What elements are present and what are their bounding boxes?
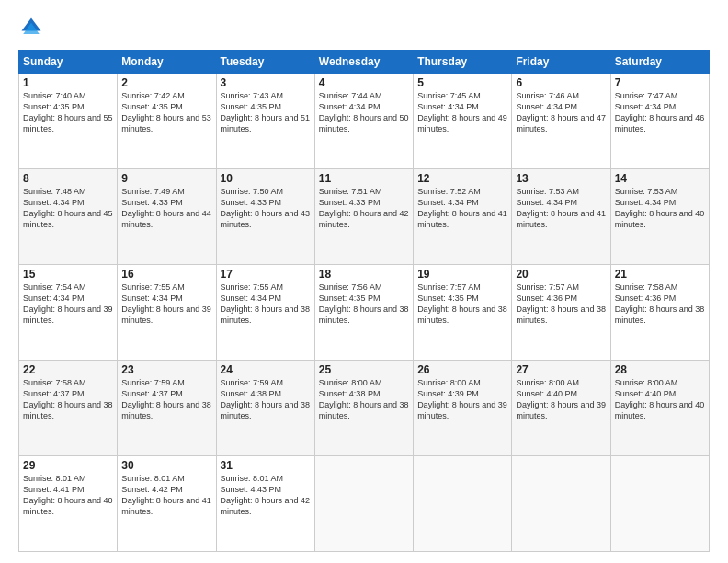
calendar-table: SundayMondayTuesdayWednesdayThursdayFrid…: [18, 50, 710, 552]
calendar-cell: [610, 456, 709, 552]
calendar-cell: 1 Sunrise: 7:40 AMSunset: 4:35 PMDayligh…: [19, 74, 118, 169]
day-number: 11: [319, 172, 409, 185]
calendar-cell: 8 Sunrise: 7:48 AMSunset: 4:34 PMDayligh…: [19, 169, 118, 265]
cell-info: Sunrise: 7:47 AMSunset: 4:34 PMDaylight:…: [615, 90, 705, 135]
cell-info: Sunrise: 7:46 AMSunset: 4:34 PMDaylight:…: [516, 90, 606, 135]
cell-info: Sunrise: 7:45 AMSunset: 4:34 PMDaylight:…: [417, 90, 507, 135]
calendar-cell: 16 Sunrise: 7:55 AMSunset: 4:34 PMDaylig…: [118, 265, 216, 361]
day-header-sunday: Sunday: [19, 51, 118, 74]
calendar-cell: 25 Sunrise: 8:00 AMSunset: 4:38 PMDaylig…: [314, 361, 413, 456]
cell-info: Sunrise: 7:49 AMSunset: 4:33 PMDaylight:…: [121, 186, 211, 231]
calendar-week-5: 29 Sunrise: 8:01 AMSunset: 4:41 PMDaylig…: [19, 456, 710, 552]
logo: [18, 15, 48, 40]
day-number: 5: [417, 76, 507, 89]
calendar-cell: 20 Sunrise: 7:57 AMSunset: 4:36 PMDaylig…: [512, 265, 610, 361]
day-header-monday: Monday: [118, 51, 216, 74]
cell-info: Sunrise: 7:59 AMSunset: 4:37 PMDaylight:…: [121, 377, 211, 422]
day-number: 23: [121, 363, 211, 376]
calendar-cell: 9 Sunrise: 7:49 AMSunset: 4:33 PMDayligh…: [118, 169, 216, 265]
calendar-cell: [414, 456, 512, 552]
day-number: 29: [23, 459, 113, 472]
day-number: 31: [221, 459, 311, 472]
calendar-cell: 12 Sunrise: 7:52 AMSunset: 4:34 PMDaylig…: [414, 169, 512, 265]
calendar-cell: 23 Sunrise: 7:59 AMSunset: 4:37 PMDaylig…: [118, 361, 216, 456]
day-number: 6: [516, 76, 606, 89]
cell-info: Sunrise: 7:55 AMSunset: 4:34 PMDaylight:…: [121, 282, 211, 327]
day-number: 14: [615, 172, 705, 185]
calendar-cell: 18 Sunrise: 7:56 AMSunset: 4:35 PMDaylig…: [314, 265, 413, 361]
calendar-week-1: 1 Sunrise: 7:40 AMSunset: 4:35 PMDayligh…: [19, 74, 710, 169]
day-number: 17: [221, 268, 311, 281]
day-number: 19: [417, 268, 507, 281]
cell-info: Sunrise: 7:40 AMSunset: 4:35 PMDaylight:…: [23, 90, 113, 135]
day-number: 12: [417, 172, 507, 185]
cell-info: Sunrise: 7:52 AMSunset: 4:34 PMDaylight:…: [417, 186, 507, 231]
day-number: 30: [121, 459, 211, 472]
day-number: 10: [221, 172, 311, 185]
calendar-cell: 24 Sunrise: 7:59 AMSunset: 4:38 PMDaylig…: [216, 361, 314, 456]
day-header-saturday: Saturday: [610, 51, 709, 74]
cell-info: Sunrise: 8:01 AMSunset: 4:41 PMDaylight:…: [23, 473, 113, 518]
day-header-thursday: Thursday: [414, 51, 512, 74]
calendar-cell: 17 Sunrise: 7:55 AMSunset: 4:34 PMDaylig…: [216, 265, 314, 361]
day-number: 25: [319, 363, 409, 376]
day-header-wednesday: Wednesday: [314, 51, 413, 74]
calendar-cell: 5 Sunrise: 7:45 AMSunset: 4:34 PMDayligh…: [414, 74, 512, 169]
calendar-cell: 15 Sunrise: 7:54 AMSunset: 4:34 PMDaylig…: [19, 265, 118, 361]
cell-info: Sunrise: 7:57 AMSunset: 4:36 PMDaylight:…: [516, 282, 606, 327]
day-number: 21: [615, 268, 705, 281]
cell-info: Sunrise: 7:59 AMSunset: 4:38 PMDaylight:…: [221, 377, 311, 422]
calendar-cell: 30 Sunrise: 8:01 AMSunset: 4:42 PMDaylig…: [118, 456, 216, 552]
calendar-week-2: 8 Sunrise: 7:48 AMSunset: 4:34 PMDayligh…: [19, 169, 710, 265]
calendar-cell: 11 Sunrise: 7:51 AMSunset: 4:33 PMDaylig…: [314, 169, 413, 265]
day-header-tuesday: Tuesday: [216, 51, 314, 74]
calendar-cell: 3 Sunrise: 7:43 AMSunset: 4:35 PMDayligh…: [216, 74, 314, 169]
calendar-cell: 28 Sunrise: 8:00 AMSunset: 4:40 PMDaylig…: [610, 361, 709, 456]
cell-info: Sunrise: 7:51 AMSunset: 4:33 PMDaylight:…: [319, 186, 409, 231]
day-number: 24: [221, 363, 311, 376]
calendar-cell: [314, 456, 413, 552]
cell-info: Sunrise: 8:01 AMSunset: 4:43 PMDaylight:…: [221, 473, 311, 518]
calendar-cell: 31 Sunrise: 8:01 AMSunset: 4:43 PMDaylig…: [216, 456, 314, 552]
header: [18, 15, 710, 40]
logo-icon: [18, 15, 44, 40]
cell-info: Sunrise: 8:00 AMSunset: 4:40 PMDaylight:…: [516, 377, 606, 422]
cell-info: Sunrise: 8:00 AMSunset: 4:38 PMDaylight:…: [319, 377, 409, 422]
day-number: 16: [121, 268, 211, 281]
day-number: 22: [23, 363, 113, 376]
calendar-cell: 10 Sunrise: 7:50 AMSunset: 4:33 PMDaylig…: [216, 169, 314, 265]
day-number: 2: [121, 76, 211, 89]
calendar-week-4: 22 Sunrise: 7:58 AMSunset: 4:37 PMDaylig…: [19, 361, 710, 456]
cell-info: Sunrise: 7:53 AMSunset: 4:34 PMDaylight:…: [516, 186, 606, 231]
cell-info: Sunrise: 7:44 AMSunset: 4:34 PMDaylight:…: [319, 90, 409, 135]
day-number: 3: [221, 76, 311, 89]
cell-info: Sunrise: 7:50 AMSunset: 4:33 PMDaylight:…: [221, 186, 311, 231]
calendar-week-3: 15 Sunrise: 7:54 AMSunset: 4:34 PMDaylig…: [19, 265, 710, 361]
day-number: 26: [417, 363, 507, 376]
cell-info: Sunrise: 7:58 AMSunset: 4:37 PMDaylight:…: [23, 377, 113, 422]
calendar-cell: 27 Sunrise: 8:00 AMSunset: 4:40 PMDaylig…: [512, 361, 610, 456]
calendar-cell: 26 Sunrise: 8:00 AMSunset: 4:39 PMDaylig…: [414, 361, 512, 456]
calendar-cell: 14 Sunrise: 7:53 AMSunset: 4:34 PMDaylig…: [610, 169, 709, 265]
page: SundayMondayTuesdayWednesdayThursdayFrid…: [0, 0, 728, 563]
calendar-cell: [512, 456, 610, 552]
calendar-cell: 21 Sunrise: 7:58 AMSunset: 4:36 PMDaylig…: [610, 265, 709, 361]
day-number: 8: [23, 172, 113, 185]
cell-info: Sunrise: 7:57 AMSunset: 4:35 PMDaylight:…: [417, 282, 507, 327]
cell-info: Sunrise: 7:54 AMSunset: 4:34 PMDaylight:…: [23, 282, 113, 327]
cell-info: Sunrise: 7:53 AMSunset: 4:34 PMDaylight:…: [615, 186, 705, 231]
cell-info: Sunrise: 8:00 AMSunset: 4:39 PMDaylight:…: [417, 377, 507, 422]
cell-info: Sunrise: 7:55 AMSunset: 4:34 PMDaylight:…: [221, 282, 311, 327]
day-number: 15: [23, 268, 113, 281]
calendar-cell: 29 Sunrise: 8:01 AMSunset: 4:41 PMDaylig…: [19, 456, 118, 552]
day-number: 13: [516, 172, 606, 185]
calendar-cell: 19 Sunrise: 7:57 AMSunset: 4:35 PMDaylig…: [414, 265, 512, 361]
day-number: 20: [516, 268, 606, 281]
calendar-cell: 6 Sunrise: 7:46 AMSunset: 4:34 PMDayligh…: [512, 74, 610, 169]
calendar-cell: 4 Sunrise: 7:44 AMSunset: 4:34 PMDayligh…: [314, 74, 413, 169]
cell-info: Sunrise: 8:00 AMSunset: 4:40 PMDaylight:…: [615, 377, 705, 422]
cell-info: Sunrise: 7:56 AMSunset: 4:35 PMDaylight:…: [319, 282, 409, 327]
day-number: 27: [516, 363, 606, 376]
day-number: 18: [319, 268, 409, 281]
calendar-cell: 22 Sunrise: 7:58 AMSunset: 4:37 PMDaylig…: [19, 361, 118, 456]
